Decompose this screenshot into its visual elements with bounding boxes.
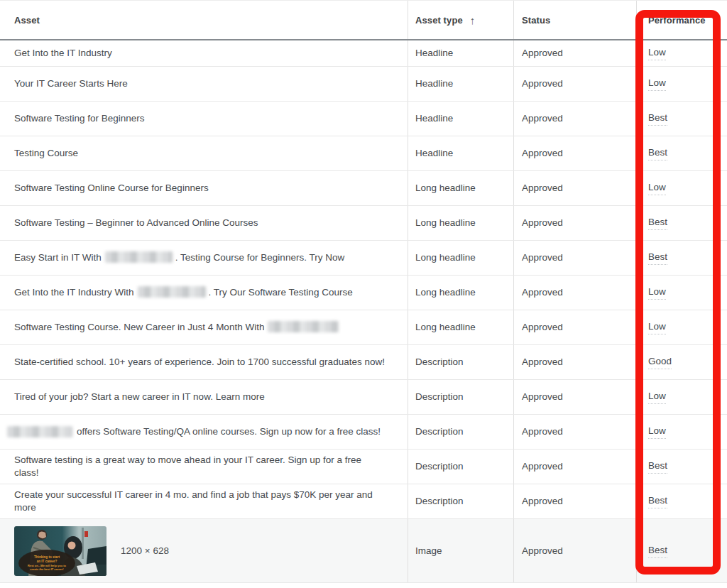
status-text: Approved bbox=[522, 147, 563, 160]
status-text: Approved bbox=[522, 217, 563, 229]
redacted-brand-name bbox=[7, 426, 72, 437]
asset-text: State-certified school. 10+ years of exp… bbox=[14, 356, 385, 369]
table-row[interactable]: Create your successful IT career in 4 mo… bbox=[0, 484, 727, 519]
asset-text: Create your successful IT career in 4 mo… bbox=[14, 489, 388, 514]
asset-type-text: Description bbox=[415, 460, 464, 473]
asset-text: Software Testing for Beginners bbox=[14, 112, 145, 125]
asset-text: Software Testing Online Course for Begin… bbox=[14, 182, 209, 195]
asset-text: Your IT Career Starts Here bbox=[14, 77, 128, 90]
status-text: Approved bbox=[522, 356, 563, 369]
table-row[interactable]: State-certified school. 10+ years of exp… bbox=[0, 345, 727, 380]
svg-text:Thinking to start: Thinking to start bbox=[34, 555, 60, 559]
performance-value[interactable]: Low bbox=[648, 425, 666, 439]
table-row[interactable]: Your IT Career Starts Here Headline Appr… bbox=[0, 67, 727, 102]
table-row[interactable]: Testing Course Headline Approved Best bbox=[0, 136, 727, 171]
asset-type-text: Description bbox=[415, 495, 464, 508]
column-header-asset-type[interactable]: Asset type ↑ bbox=[408, 1, 514, 39]
performance-value[interactable]: Low bbox=[648, 181, 666, 195]
asset-type-text: Headline bbox=[415, 112, 453, 125]
performance-value[interactable]: Best bbox=[648, 494, 667, 508]
table-row[interactable]: offers Software Testing/QA online course… bbox=[0, 415, 727, 450]
column-header-asset[interactable]: Asset bbox=[0, 1, 408, 39]
image-thumbnail[interactable]: Thinking to start an IT career? Rest on.… bbox=[14, 526, 106, 576]
column-header-asset-label: Asset bbox=[14, 15, 40, 26]
status-text: Approved bbox=[522, 112, 563, 125]
redacted-brand-name bbox=[268, 321, 339, 332]
status-text: Approved bbox=[522, 425, 563, 438]
column-header-performance-label: Performance bbox=[648, 15, 706, 26]
table-row[interactable]: Easy Start in IT With. Testing Course fo… bbox=[0, 241, 727, 276]
asset-text: Software testing is a great way to move … bbox=[14, 454, 388, 479]
status-text: Approved bbox=[522, 47, 563, 60]
table-row[interactable]: Software testing is a great way to move … bbox=[0, 450, 727, 484]
table-row[interactable]: Software Testing Course. New Career in J… bbox=[0, 310, 727, 345]
asset-type-text: Image bbox=[415, 545, 442, 557]
column-header-performance[interactable]: Performance bbox=[637, 1, 727, 39]
performance-value[interactable]: Low bbox=[648, 320, 666, 334]
image-asset: Thinking to start an IT career? Rest on.… bbox=[14, 526, 169, 576]
table-row[interactable]: Thinking to start an IT career? Rest on.… bbox=[0, 519, 727, 583]
asset-text: Get Into the IT Industry With. Try Our S… bbox=[14, 286, 353, 299]
table-row[interactable]: Tired of your job? Start a new career in… bbox=[0, 380, 727, 415]
status-text: Approved bbox=[522, 495, 563, 508]
column-header-status-label: Status bbox=[522, 15, 550, 26]
table-row[interactable]: Get Into the IT Industry Headline Approv… bbox=[0, 40, 727, 67]
status-text: Approved bbox=[522, 460, 563, 473]
performance-value[interactable]: Low bbox=[648, 77, 666, 91]
svg-text:create the best IT career!: create the best IT career! bbox=[30, 567, 63, 571]
performance-value[interactable]: Best bbox=[648, 111, 667, 126]
performance-value[interactable]: Good bbox=[648, 355, 672, 369]
performance-value[interactable]: Best bbox=[648, 459, 667, 474]
status-text: Approved bbox=[522, 545, 563, 557]
asset-type-text: Long headline bbox=[415, 217, 476, 229]
asset-type-text: Headline bbox=[415, 147, 453, 160]
table-row[interactable]: Get Into the IT Industry With. Try Our S… bbox=[0, 276, 727, 310]
status-text: Approved bbox=[522, 77, 563, 90]
asset-type-text: Description bbox=[415, 425, 464, 438]
table-row[interactable]: Software Testing for Beginners Headline … bbox=[0, 102, 727, 136]
asset-type-text: Headline bbox=[415, 47, 453, 60]
asset-text: Testing Course bbox=[14, 147, 78, 160]
asset-type-text: Headline bbox=[415, 77, 453, 90]
status-text: Approved bbox=[522, 182, 563, 195]
asset-type-text: Long headline bbox=[415, 251, 476, 264]
performance-value[interactable]: Low bbox=[648, 285, 666, 300]
column-header-asset-type-label: Asset type bbox=[415, 15, 463, 26]
performance-value[interactable]: Best bbox=[648, 216, 667, 230]
performance-value[interactable]: Best bbox=[648, 146, 667, 160]
performance-value[interactable]: Best bbox=[648, 251, 667, 265]
redacted-brand-name bbox=[138, 286, 206, 298]
table-bottom-gap bbox=[0, 583, 727, 588]
performance-value[interactable]: Low bbox=[648, 390, 666, 404]
asset-text: Tired of your job? Start a new career in… bbox=[14, 391, 265, 403]
status-text: Approved bbox=[522, 251, 563, 264]
image-dimensions: 1200 × 628 bbox=[121, 545, 169, 557]
sort-ascending-icon: ↑ bbox=[470, 14, 476, 26]
asset-type-text: Description bbox=[415, 391, 464, 403]
table-row[interactable]: Software Testing Online Course for Begin… bbox=[0, 171, 727, 206]
asset-type-text: Long headline bbox=[415, 182, 476, 195]
asset-text: Software Testing – Beginner to Advanced … bbox=[14, 217, 258, 229]
svg-text:an IT career?: an IT career? bbox=[37, 560, 58, 563]
performance-value[interactable]: Best bbox=[648, 544, 667, 558]
table-body: Get Into the IT Industry Headline Approv… bbox=[0, 40, 727, 588]
redacted-brand-name bbox=[105, 251, 173, 263]
table-header-row: Asset Asset type ↑ Status Performance bbox=[0, 1, 727, 40]
column-header-status[interactable]: Status bbox=[514, 1, 637, 39]
status-text: Approved bbox=[522, 286, 563, 299]
asset-text: Get Into the IT Industry bbox=[14, 47, 112, 60]
performance-value[interactable]: Low bbox=[648, 46, 666, 60]
asset-text: Software Testing Course. New Career in J… bbox=[14, 321, 341, 334]
asset-type-text: Long headline bbox=[415, 286, 476, 299]
asset-type-text: Long headline bbox=[415, 321, 476, 334]
status-text: Approved bbox=[522, 391, 563, 403]
asset-text: Easy Start in IT With. Testing Course fo… bbox=[14, 251, 344, 264]
status-text: Approved bbox=[522, 321, 563, 334]
table-row[interactable]: Software Testing – Beginner to Advanced … bbox=[0, 206, 727, 241]
asset-type-text: Description bbox=[415, 356, 464, 369]
asset-text: offers Software Testing/QA online course… bbox=[14, 425, 381, 438]
assets-table: Asset Asset type ↑ Status Performance Ge… bbox=[0, 0, 727, 588]
